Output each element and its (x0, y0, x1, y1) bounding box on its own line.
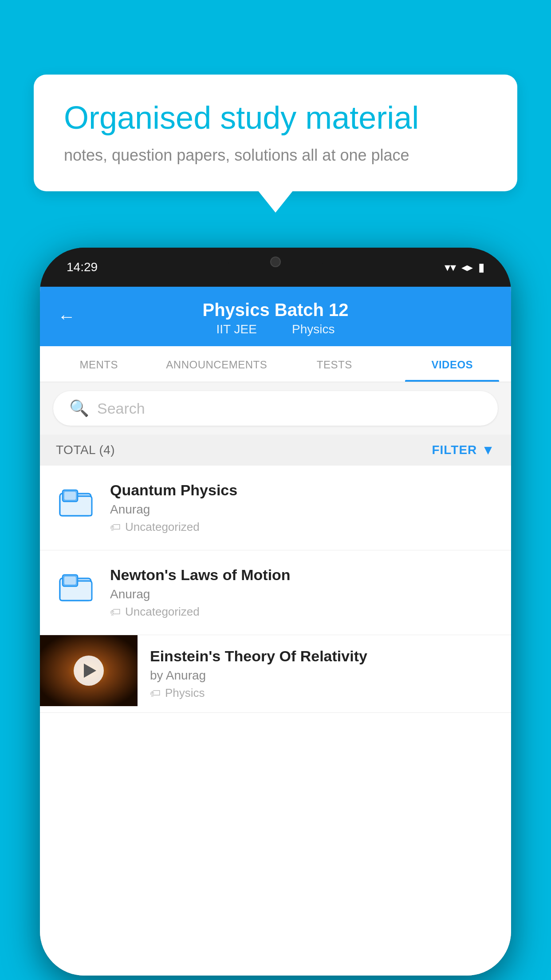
back-button[interactable]: ← (58, 307, 75, 327)
tag-icon: 🏷 (150, 687, 161, 699)
list-item[interactable]: Newton's Laws of Motion Anurag 🏷 Uncateg… (40, 550, 511, 635)
phone-screen: ← Physics Batch 12 IIT JEE Physics MENTS… (40, 287, 511, 976)
phone-notch (227, 248, 324, 276)
list-item[interactable]: Quantum Physics Anurag 🏷 Uncategorized (40, 466, 511, 550)
tag-value: Uncategorized (125, 605, 200, 619)
status-icons: ▾▾ ◂▸ ▮ (445, 261, 484, 274)
filter-button[interactable]: FILTER ▼ (432, 443, 495, 458)
tag-value: Uncategorized (125, 520, 200, 534)
play-triangle-icon (84, 664, 96, 678)
video-title-newton: Newton's Laws of Motion (110, 566, 495, 584)
video-tag-newton: 🏷 Uncategorized (110, 605, 495, 619)
bubble-title: Organised study material (64, 99, 487, 136)
filter-icon: ▼ (481, 443, 495, 458)
video-tag-quantum: 🏷 Uncategorized (110, 520, 495, 534)
total-count: TOTAL (4) (56, 443, 115, 457)
battery-icon: ▮ (478, 261, 484, 274)
video-author-quantum: Anurag (110, 502, 495, 517)
play-button[interactable] (74, 656, 104, 686)
svg-rect-2 (64, 492, 76, 500)
list-item[interactable]: Einstein's Theory Of Relativity by Anura… (40, 635, 511, 713)
video-info: Einstein's Theory Of Relativity by Anura… (138, 635, 511, 712)
header-title: Physics Batch 12 (58, 299, 493, 320)
video-title-einstein: Einstein's Theory Of Relativity (150, 648, 499, 665)
tag-value: Physics (165, 686, 205, 700)
tab-announcements[interactable]: ANNOUNCEMENTS (158, 346, 276, 382)
filter-bar: TOTAL (4) FILTER ▼ (40, 435, 511, 466)
wifi-icon: ▾▾ (445, 261, 456, 274)
app-header: ← Physics Batch 12 IIT JEE Physics (40, 287, 511, 346)
video-author-newton: Anurag (110, 587, 495, 601)
item-icon-area (56, 482, 96, 522)
search-container: 🔍 Search (40, 382, 511, 435)
tab-tests[interactable]: TESTS (276, 346, 394, 382)
phone-frame: 14:29 ▾▾ ◂▸ ▮ ← Physics Batch 12 IIT JEE… (40, 248, 511, 976)
front-camera (270, 257, 281, 267)
video-title-quantum: Quantum Physics (110, 482, 495, 499)
search-icon: 🔍 (69, 399, 89, 418)
status-bar: 14:29 ▾▾ ◂▸ ▮ (40, 248, 511, 287)
item-content: Newton's Laws of Motion Anurag 🏷 Uncateg… (110, 566, 495, 619)
tag-iit-jee: IIT JEE (216, 322, 257, 336)
filter-label: FILTER (432, 443, 477, 457)
signal-icon: ◂▸ (461, 261, 473, 274)
header-subtitle: IIT JEE Physics (58, 322, 493, 336)
search-placeholder: Search (97, 400, 145, 417)
tag-separator (271, 322, 278, 336)
tabs-bar: MENTS ANNOUNCEMENTS TESTS VIDEOS (40, 346, 511, 382)
video-thumbnail (40, 635, 138, 706)
tab-ments[interactable]: MENTS (40, 346, 158, 382)
video-tag-einstein: 🏷 Physics (150, 686, 499, 700)
folder-icon (59, 571, 93, 601)
folder-icon (59, 486, 93, 517)
speech-bubble: Organised study material notes, question… (34, 75, 517, 191)
video-author-einstein: by Anurag (150, 668, 499, 683)
tag-icon: 🏷 (110, 521, 121, 533)
svg-rect-5 (64, 577, 76, 585)
item-content: Quantum Physics Anurag 🏷 Uncategorized (110, 482, 495, 534)
content-list: Quantum Physics Anurag 🏷 Uncategorized (40, 466, 511, 976)
tag-physics: Physics (292, 322, 335, 336)
tag-icon: 🏷 (110, 606, 121, 618)
item-icon-area (56, 566, 96, 606)
tab-videos[interactable]: VIDEOS (394, 346, 512, 382)
status-time: 14:29 (67, 260, 98, 274)
search-box[interactable]: 🔍 Search (53, 391, 498, 426)
bubble-subtitle: notes, question papers, solutions all at… (64, 146, 487, 165)
